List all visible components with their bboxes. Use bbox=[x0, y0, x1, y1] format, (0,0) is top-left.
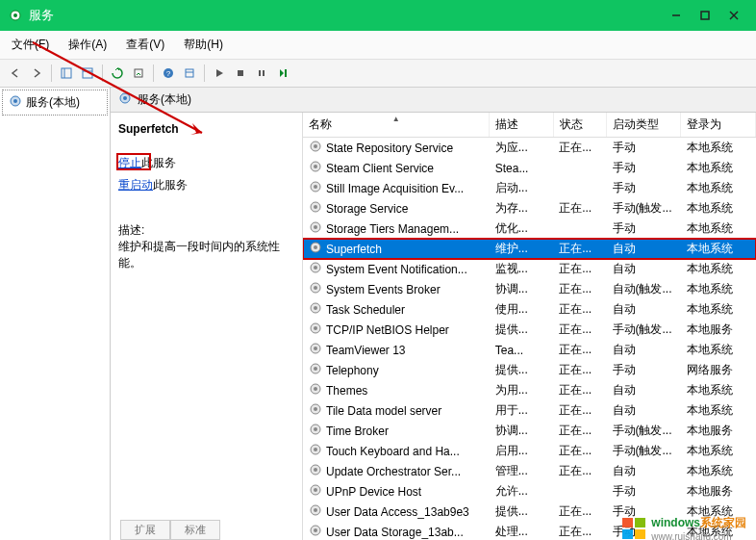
svg-rect-15 bbox=[238, 70, 243, 76]
service-name: Update Orchestrator Ser... bbox=[326, 465, 461, 478]
main-area: 服务(本地) 服务(本地) Superfetch 停止此服务 重启动此服务 描述… bbox=[0, 88, 756, 540]
service-status bbox=[553, 158, 606, 178]
service-name: User Data Storage_13ab... bbox=[326, 526, 464, 539]
table-row[interactable]: System Event Notification...监视...正在...自动… bbox=[303, 259, 756, 279]
svg-point-34 bbox=[314, 225, 317, 229]
table-row[interactable]: TeamViewer 13Tea...正在...自动本地系统 bbox=[303, 340, 756, 360]
service-name: UPnP Device Host bbox=[326, 485, 421, 499]
nav-item-services-local[interactable]: 服务(本地) bbox=[2, 90, 108, 116]
service-logon: 本地系统 bbox=[681, 219, 756, 239]
restart-service-link[interactable]: 重启动 bbox=[118, 178, 153, 192]
table-row[interactable]: Still Image Acquisition Ev...启动...手动本地系统 bbox=[303, 178, 756, 198]
table-row[interactable]: UPnP Device Host允许...手动本地服务 bbox=[303, 481, 756, 501]
table-row[interactable]: Telephony提供...正在...手动网络服务 bbox=[303, 360, 756, 380]
col-startup[interactable]: 启动类型 bbox=[607, 113, 681, 138]
service-desc: 为存... bbox=[490, 198, 553, 219]
service-startup: 自动 bbox=[607, 259, 681, 279]
svg-point-28 bbox=[314, 165, 317, 168]
window-title: 服务 bbox=[29, 7, 662, 24]
col-name[interactable]: ▲名称 bbox=[303, 113, 490, 138]
table-row[interactable]: Storage Service为存...正在...手动(触发...本地系统 bbox=[303, 198, 756, 219]
service-logon: 本地系统 bbox=[681, 138, 756, 159]
tab-standard[interactable]: 标准 bbox=[170, 521, 220, 540]
service-desc: 启动... bbox=[490, 178, 553, 198]
menu-action[interactable]: 操作(A) bbox=[64, 35, 111, 55]
table-row[interactable]: Update Orchestrator Ser...管理...正在...自动本地… bbox=[303, 461, 756, 481]
forward-button[interactable] bbox=[27, 64, 46, 83]
service-desc: 优化... bbox=[490, 219, 553, 239]
gear-icon bbox=[309, 382, 322, 399]
service-logon: 本地系统 bbox=[681, 279, 756, 299]
svg-rect-67 bbox=[622, 529, 633, 539]
stop-service-link[interactable]: 停止 bbox=[118, 156, 141, 169]
table-row[interactable]: Themes为用...正在...自动本地系统 bbox=[303, 380, 756, 400]
services-icon bbox=[8, 8, 23, 23]
gear-icon bbox=[309, 241, 322, 257]
service-desc: 协调... bbox=[490, 421, 553, 441]
service-desc: 管理... bbox=[490, 461, 553, 481]
services-table-wrap: ▲名称 描述 状态 启动类型 登录为 State Repository Serv… bbox=[303, 113, 756, 540]
svg-rect-68 bbox=[635, 529, 645, 539]
table-row[interactable]: TCP/IP NetBIOS Helper提供...正在...手动(触发...本… bbox=[303, 320, 756, 340]
service-startup: 自动 bbox=[607, 400, 681, 421]
restart-suffix: 此服务 bbox=[153, 178, 188, 192]
minimize-button[interactable] bbox=[662, 4, 691, 27]
restart-service-button[interactable] bbox=[273, 64, 292, 83]
help-button[interactable]: ? bbox=[159, 64, 178, 83]
table-row[interactable]: System Events Broker协调...正在...自动(触发...本地… bbox=[303, 279, 756, 299]
service-status: 正在... bbox=[553, 380, 606, 400]
col-status[interactable]: 状态 bbox=[553, 113, 606, 138]
svg-point-54 bbox=[314, 427, 317, 431]
export-list-button[interactable] bbox=[129, 64, 148, 83]
table-row[interactable]: Storage Tiers Managem...优化...手动本地系统 bbox=[303, 219, 756, 239]
menu-help[interactable]: 帮助(H) bbox=[180, 35, 227, 55]
svg-point-52 bbox=[314, 407, 317, 411]
svg-point-50 bbox=[314, 387, 317, 391]
services-table[interactable]: ▲名称 描述 状态 启动类型 登录为 State Repository Serv… bbox=[303, 113, 756, 540]
service-status: 正在... bbox=[553, 259, 606, 279]
service-startup: 手动 bbox=[607, 219, 681, 239]
watermark-text-b: 系统家园 bbox=[700, 516, 746, 529]
watermark: windows系统家园 www.ruishaifu.com bbox=[620, 515, 746, 540]
col-logon[interactable]: 登录为 bbox=[681, 113, 756, 138]
service-logon: 本地系统 bbox=[681, 198, 756, 219]
tab-extended[interactable]: 扩展 bbox=[120, 521, 170, 540]
table-row[interactable]: Touch Keyboard and Ha...启用...正在...手动(触发.… bbox=[303, 441, 756, 461]
gear-icon bbox=[309, 160, 322, 176]
service-startup: 自动 bbox=[607, 461, 681, 481]
table-row[interactable]: Steam Client ServiceStea...手动本地系统 bbox=[303, 158, 756, 178]
table-row[interactable]: Tile Data model server用于...正在...自动本地系统 bbox=[303, 400, 756, 421]
svg-point-26 bbox=[314, 144, 317, 148]
selected-service-name: Superfetch bbox=[118, 122, 294, 136]
pause-service-button[interactable] bbox=[252, 64, 271, 83]
refresh-button[interactable] bbox=[108, 64, 127, 83]
service-name: TeamViewer 13 bbox=[326, 344, 406, 357]
service-logon: 本地系统 bbox=[681, 461, 756, 481]
content-body: Superfetch 停止此服务 重启动此服务 描述: 维护和提高一段时间内的系… bbox=[111, 113, 756, 540]
service-desc: 为用... bbox=[490, 380, 553, 400]
col-description[interactable]: 描述 bbox=[490, 113, 553, 138]
service-status bbox=[553, 178, 606, 198]
table-row[interactable]: Time Broker协调...正在...手动(触发...本地服务 bbox=[303, 421, 756, 441]
service-desc: 允许... bbox=[490, 481, 553, 501]
table-row[interactable]: State Repository Service为应...正在...手动本地系统 bbox=[303, 138, 756, 159]
table-row[interactable]: Superfetch维护...正在...自动本地系统 bbox=[303, 239, 756, 259]
properties-button[interactable] bbox=[180, 64, 199, 83]
maximize-button[interactable] bbox=[691, 4, 719, 27]
back-button[interactable] bbox=[6, 64, 25, 83]
service-startup: 手动 bbox=[607, 138, 681, 159]
table-row[interactable]: Task Scheduler使用...正在...自动本地系统 bbox=[303, 299, 756, 320]
service-logon: 本地系统 bbox=[681, 178, 756, 198]
start-service-button[interactable] bbox=[210, 64, 229, 83]
service-name: State Repository Service bbox=[326, 141, 453, 155]
svg-point-64 bbox=[314, 528, 317, 532]
stop-service-button[interactable] bbox=[231, 64, 250, 83]
export-button[interactable] bbox=[78, 64, 97, 83]
menu-view[interactable]: 查看(V) bbox=[122, 35, 168, 55]
menu-file[interactable]: 文件(F) bbox=[8, 35, 53, 55]
svg-point-44 bbox=[314, 326, 317, 330]
close-button[interactable] bbox=[719, 4, 748, 27]
show-hide-tree-button[interactable] bbox=[57, 64, 76, 83]
service-name: Task Scheduler bbox=[326, 303, 405, 317]
service-logon: 本地服务 bbox=[681, 421, 756, 441]
